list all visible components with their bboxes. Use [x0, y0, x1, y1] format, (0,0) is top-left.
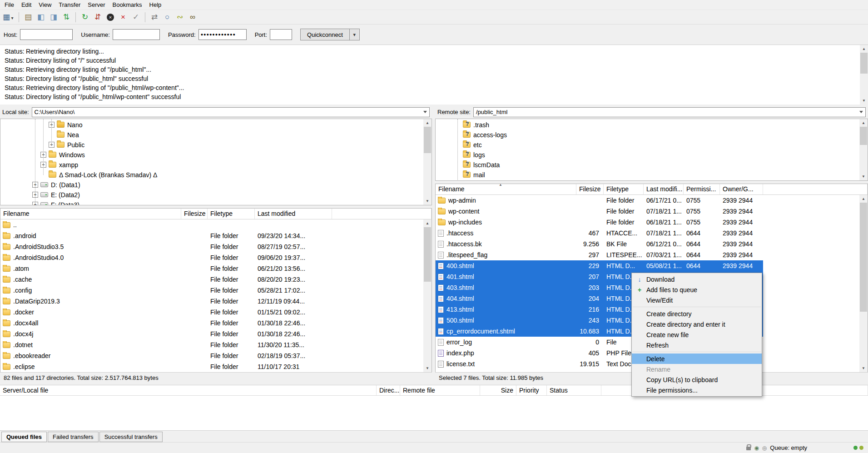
remote-site-dropdown-icon[interactable] — [857, 108, 865, 117]
toolbar-refresh-button[interactable]: ↻ — [79, 11, 91, 23]
context-menu-item-add-files-to-queue[interactable]: +Add files to queue — [632, 284, 762, 295]
context-menu-item-create-new-file[interactable]: Create new file — [632, 329, 762, 340]
toolbar-site-manager-button[interactable]: ▦ — [2, 11, 15, 23]
local-file-row[interactable]: .cacheFile folder08/20/20 19:23... — [0, 274, 332, 285]
queue-column-priority[interactable]: Priority — [516, 385, 547, 395]
local-file-row[interactable]: .dockerFile folder01/15/21 09:02... — [0, 307, 332, 318]
context-menu-item-file-permissions[interactable]: File permissions... — [632, 385, 762, 395]
quickconnect-dropdown-icon[interactable] — [350, 29, 360, 40]
tree-item-e-data2[interactable]: E: (Data2) — [0, 190, 432, 200]
context-menu-item-create-directory[interactable]: Create directory — [632, 309, 762, 319]
local-file-row[interactable]: .docx4allFile folder01/30/18 22:46... — [0, 318, 332, 329]
tab-failed-transfers[interactable]: Failed transfers — [48, 432, 99, 442]
toolbar-cancel-button[interactable]: × — [104, 11, 116, 23]
menu-edit[interactable]: Edit — [18, 0, 35, 9]
context-menu-item-view-edit[interactable]: View/Edit — [632, 295, 762, 305]
column-header-filetype[interactable]: Filetype — [208, 209, 255, 219]
toolbar-disconnect-button[interactable]: × — [117, 11, 129, 23]
tree-item-lscmdata[interactable]: lscmData — [436, 160, 868, 170]
toolbar-reconnect-button[interactable]: ✓ — [130, 11, 142, 23]
tree-item-windows[interactable]: Windows — [0, 150, 432, 160]
menu-bookmarks[interactable]: Bookmarks — [109, 0, 146, 9]
queue-column-remote-file[interactable]: Remote file — [400, 385, 480, 395]
tab-queued-files[interactable]: Queued files — [1, 432, 47, 442]
local-file-row[interactable]: .atomFile folder06/21/20 13:56... — [0, 263, 332, 274]
column-header-last-modifi[interactable]: Last modifi... — [644, 184, 684, 194]
dropdown-caret-icon[interactable] — [10, 13, 15, 21]
tree-item-public[interactable]: Public — [0, 140, 432, 150]
tree-item-nano[interactable]: Nano — [0, 120, 432, 130]
scroll-down-icon[interactable] — [859, 364, 868, 372]
local-tree-scrollbar[interactable] — [423, 119, 432, 205]
context-menu-item-copy-url-s-to-clipboard[interactable]: Copy URL(s) to clipboard — [632, 374, 762, 385]
local-file-row[interactable]: .androidFile folder09/23/20 14:34... — [0, 230, 332, 241]
queue-column-size[interactable]: Size — [480, 385, 516, 395]
remote-file-row[interactable]: wp-includesFile folder06/18/21 1...07552… — [436, 217, 763, 228]
remote-file-row[interactable]: wp-adminFile folder06/17/21 0...07552939… — [436, 195, 763, 206]
context-menu-item-refresh[interactable]: Refresh — [632, 340, 762, 350]
remote-file-row[interactable]: .htaccess.bk9.256BK File06/12/21 0...064… — [436, 239, 763, 249]
tree-item-access-logs[interactable]: access-logs — [436, 130, 868, 140]
remote-tree-scrollbar[interactable] — [859, 119, 868, 180]
menu-file[interactable]: File — [1, 0, 18, 9]
local-site-dropdown-icon[interactable] — [421, 108, 429, 117]
context-menu-item-delete[interactable]: Delete — [632, 353, 762, 364]
toolbar-filename-filters-button[interactable]: ○ — [161, 11, 173, 23]
queue-column-direc[interactable]: Direc... — [377, 385, 400, 395]
scroll-thumb[interactable] — [860, 203, 867, 312]
scroll-up-icon[interactable] — [423, 219, 432, 227]
remote-file-row[interactable]: wp-contentFile folder07/18/21 1...075529… — [436, 206, 763, 217]
local-file-row[interactable]: .AndroidStudio3.5File folder08/27/19 02:… — [0, 241, 332, 252]
scroll-up-icon[interactable] — [860, 45, 868, 53]
toolbar-directory-comparison-button[interactable]: ⇄ — [149, 11, 160, 23]
toolbar-transfer-queue-button[interactable]: ⇅ — [60, 11, 72, 23]
quickconnect-button[interactable]: Quickconnect — [300, 29, 350, 40]
toolbar-synchronized-browsing-button[interactable]: ∾ — [174, 11, 186, 23]
local-file-row[interactable]: .configFile folder05/28/21 17:02... — [0, 285, 332, 296]
remote-file-row[interactable]: .litespeed_flag297LITESPEE...07/03/21 1.… — [436, 249, 763, 260]
scroll-thumb[interactable] — [860, 53, 868, 74]
local-file-row[interactable]: .AndroidStudio4.0File folder09/06/20 19:… — [0, 252, 332, 263]
scroll-thumb[interactable] — [424, 227, 431, 282]
local-list-scrollbar[interactable] — [423, 219, 432, 372]
local-file-row[interactable]: .DataGrip2019.3File folder12/11/19 09:44… — [0, 296, 332, 307]
tree-item-mail[interactable]: mail — [436, 170, 868, 180]
tree-item-smad-lock-brankas-smadav[interactable]: Δ Smad-Lock (Brankas Smadav) Δ — [0, 170, 432, 180]
tree-item-d-data1[interactable]: D: (Data1) — [0, 180, 432, 190]
tree-item-logs[interactable]: logs — [436, 150, 868, 160]
local-file-row[interactable]: .docx4jFile folder01/30/18 22:46... — [0, 329, 332, 339]
panes-splitter[interactable] — [432, 106, 435, 383]
toolbar-local-treeview-button[interactable]: ◧ — [35, 11, 47, 23]
remote-list-scrollbar[interactable] — [859, 195, 868, 372]
column-header-last-modified[interactable]: Last modified — [255, 209, 332, 219]
password-input[interactable] — [198, 29, 247, 40]
scroll-down-icon[interactable] — [860, 97, 868, 105]
scroll-down-icon[interactable] — [423, 197, 432, 205]
column-header-permissi[interactable]: Permissi... — [684, 184, 720, 194]
column-header-owner-g[interactable]: Owner/G... — [720, 184, 763, 194]
column-header-filename[interactable]: Filename — [0, 209, 181, 219]
tree-item-etc[interactable]: etc — [436, 140, 868, 150]
scroll-thumb[interactable] — [424, 127, 431, 153]
menu-transfer[interactable]: Transfer — [55, 0, 84, 9]
host-input[interactable] — [20, 29, 73, 40]
remote-site-combo[interactable]: /public_html — [473, 107, 866, 117]
context-menu-item-create-directory-and-enter-it[interactable]: Create directory and enter it — [632, 319, 762, 329]
local-file-row[interactable]: .eclipseFile folder11/10/17 20:31 — [0, 361, 332, 372]
tree-item-xampp[interactable]: xampp — [0, 160, 432, 170]
toolbar-remote-treeview-button[interactable]: ◨ — [48, 11, 60, 23]
port-input[interactable] — [270, 29, 292, 40]
queue-column-server-local-file[interactable]: Server/Local file — [0, 385, 377, 395]
username-input[interactable] — [113, 29, 160, 40]
column-header-filetype[interactable]: Filetype — [604, 184, 644, 194]
remote-file-row[interactable]: 400.shtml229HTML D...05/08/21 1...064429… — [436, 260, 763, 271]
column-header-filesize[interactable]: Filesize — [181, 209, 208, 219]
queue-column-status[interactable]: Status — [547, 385, 601, 395]
toolbar-message-log-button[interactable]: ▤ — [22, 11, 34, 23]
tree-item-nea[interactable]: Nea — [0, 130, 432, 140]
menu-server[interactable]: Server — [84, 0, 109, 9]
log-scrollbar[interactable] — [860, 45, 868, 105]
column-header-filename[interactable]: Filename▲ — [436, 184, 576, 194]
toolbar-find-files-button[interactable]: ∞ — [187, 11, 198, 23]
scroll-up-icon[interactable] — [423, 119, 432, 127]
